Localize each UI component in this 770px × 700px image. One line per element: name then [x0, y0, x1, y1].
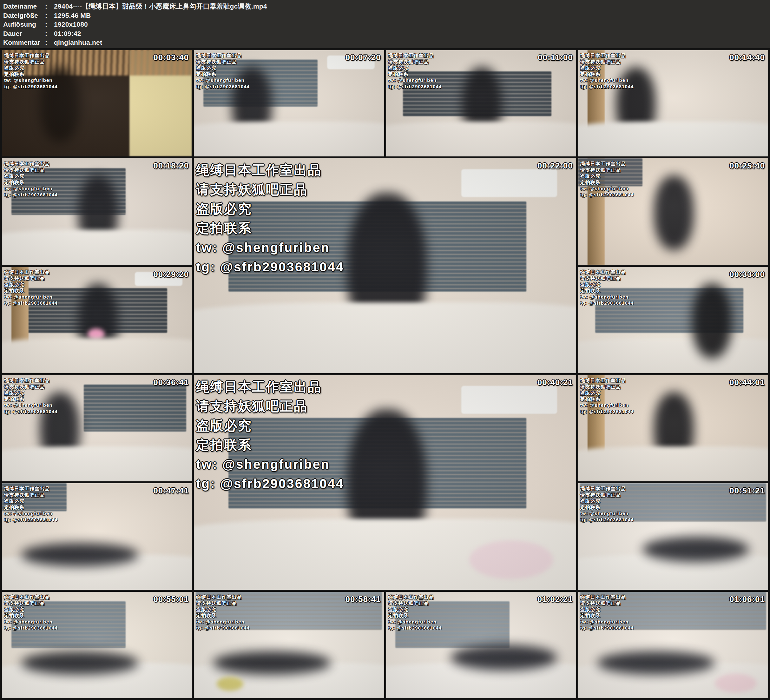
watermark-line: 定拍联系: [196, 612, 250, 619]
scene-layer-bed: [194, 663, 384, 698]
watermark-line: 绳缚日本工作室出品: [196, 594, 250, 600]
thumbnail-grid: 绳缚日本工作室出品请支持妖狐吧正品盗版必究定拍联系tw: @shengfurib…: [0, 48, 770, 700]
watermark-line: 绳缚日本工作室出品: [580, 594, 634, 600]
watermark-line: 定拍联系: [196, 219, 344, 238]
field-value: 1920x1080: [54, 20, 88, 29]
field-separator: :: [45, 11, 54, 20]
watermark-line: tw: @shengfuriben: [580, 185, 634, 192]
watermark-line: 定拍联系: [4, 71, 58, 78]
scene-layer-blob: [715, 674, 757, 693]
watermark-line: tw: @shengfuriben: [580, 77, 634, 83]
watermark-overlay: 绳缚日本工作室出品请支持妖狐吧正品盗版必究定拍联系tw: @shengfurib…: [4, 160, 58, 198]
watermark-line: 盗版必究: [4, 606, 58, 613]
watermark-overlay: 绳缚日本工作室出品请支持妖狐吧正品盗版必究定拍联系tw: @shengfurib…: [580, 377, 634, 415]
metadata-field: Auflösung : 1920x1080: [3, 20, 770, 29]
watermark-line: tw: @shengfuriben: [4, 294, 58, 300]
watermark-line: 定拍联系: [4, 179, 58, 186]
watermark-line: 绳缚日本工作室出品: [196, 377, 344, 397]
watermark-line: tg: @sfrb2903681044: [196, 258, 344, 277]
watermark-line: 绳缚日本工作室出品: [4, 269, 58, 275]
timestamp-overlay: 00:07:20: [345, 53, 381, 63]
watermark-line: tg: @sfrb2903681044: [4, 625, 58, 631]
watermark-overlay: 绳缚日本工作室出品请支持妖狐吧正品盗版必究定拍联系tw: @shengfurib…: [196, 52, 250, 89]
watermark-line: 定拍联系: [196, 435, 344, 455]
timestamp-overlay: 00:29:20: [153, 269, 189, 279]
watermark-line: 请支持妖狐吧正品: [196, 59, 250, 65]
watermark-line: 定拍联系: [580, 71, 634, 78]
watermark-line: tg: @sfrb2903681044: [4, 83, 58, 90]
timestamp-overlay: 00:58:41: [345, 594, 381, 604]
watermark-line: 请支持妖狐吧正品: [4, 275, 58, 282]
timestamp-overlay: 00:25:40: [730, 161, 765, 171]
watermark-line: tw: @shengfuriben: [196, 77, 250, 83]
watermark-overlay: 绳缚日本工作室出品请支持妖狐吧正品盗版必究定拍联系tw: @shengfurib…: [388, 594, 442, 631]
watermark-overlay: 绳缚日本工作室出品请支持妖狐吧正品盗版必究定拍联系tw: @shengfurib…: [196, 377, 344, 493]
watermark-line: 请支持妖狐吧正品: [580, 492, 634, 498]
timestamp-overlay: 00:03:40: [153, 53, 189, 63]
scene-layer-box: [461, 386, 557, 414]
watermark-line: tw: @shengfuriben: [4, 510, 58, 517]
watermark-line: 请支持妖狐吧正品: [388, 600, 442, 606]
watermark-overlay: 绳缚日本工作室出品请支持妖狐吧正品盗版必究定拍联系tw: @shengfurib…: [4, 52, 58, 89]
watermark-line: 定拍联系: [580, 287, 634, 294]
scene-layer-bed: [386, 122, 576, 157]
watermark-line: tg: @sfrb2903681044: [580, 408, 634, 415]
watermark-line: 请支持妖狐吧正品: [580, 59, 634, 65]
watermark-line: 盗版必究: [580, 282, 634, 288]
watermark-line: tw: @shengfuriben: [4, 619, 58, 625]
thumbnail: 绳缚日本工作室出品请支持妖狐吧正品盗版必究定拍联系tw: @shengfurib…: [578, 267, 768, 373]
scene-layer-bed: [2, 338, 192, 373]
metadata-header: Dateiname : 29404----【绳缚日本】甜品级！小恶魔床上鼻勾开口…: [0, 0, 770, 48]
thumbnail: 绳缚日本工作室出品请支持妖狐吧正品盗版必究定拍联系tw: @shengfurib…: [578, 50, 768, 156]
watermark-overlay: 绳缚日本工作室出品请支持妖狐吧正品盗版必究定拍联系tw: @shengfurib…: [196, 594, 250, 631]
timestamp-overlay: 00:22:00: [537, 161, 573, 171]
field-separator: :: [45, 20, 54, 29]
watermark-line: 请支持妖狐吧正品: [580, 600, 634, 606]
timestamp-overlay: 00:18:20: [153, 161, 189, 171]
watermark-line: tw: @shengfuriben: [196, 455, 344, 474]
watermark-line: 定拍联系: [4, 287, 58, 294]
scene-layer-bed: [194, 122, 384, 157]
watermark-line: tg: @sfrb2903681044: [580, 517, 634, 523]
watermark-line: 请支持妖狐吧正品: [4, 59, 58, 65]
timestamp-overlay: 00:44:01: [730, 378, 765, 387]
field-separator: :: [45, 38, 54, 47]
timestamp-overlay: 00:11:00: [538, 53, 573, 63]
field-separator: :: [45, 29, 54, 38]
watermark-line: 请支持妖狐吧正品: [196, 600, 250, 606]
scene-layer-blob: [217, 677, 243, 691]
watermark-line: 绳缚日本工作室出品: [4, 160, 58, 167]
watermark-line: 盗版必究: [4, 173, 58, 179]
watermark-overlay: 绳缚日本工作室出品请支持妖狐吧正品盗版必究定拍联系tw: @shengfurib…: [580, 160, 634, 198]
watermark-line: 盗版必究: [196, 65, 250, 71]
field-value: 1295.46 MB: [54, 11, 91, 20]
watermark-line: 盗版必究: [196, 416, 344, 435]
scene-layer-blinds: [84, 385, 186, 431]
watermark-line: 盗版必究: [580, 173, 634, 179]
contact-sheet: { "header": { "bg": "#2e2d2b", "fg": "#f…: [0, 0, 770, 700]
watermark-line: 绳缚日本工作室出品: [196, 160, 344, 180]
metadata-field: Dateigröße : 1295.46 MB: [3, 11, 770, 20]
field-label: Auflösung: [3, 20, 45, 29]
scene-layer-bed: [578, 446, 768, 482]
thumbnail: 绳缚日本工作室出品请支持妖狐吧正品盗版必究定拍联系tw: @shengfurib…: [2, 267, 192, 373]
watermark-line: tg: @sfrb2903681044: [196, 474, 344, 493]
thumbnail: 绳缚日本工作室出品请支持妖狐吧正品盗版必究定拍联系tw: @shengfurib…: [2, 483, 192, 590]
watermark-line: 绳缚日本工作室出品: [4, 594, 58, 600]
thumbnail: 绳缚日本工作室出品请支持妖狐吧正品盗版必究定拍联系tw: @shengfurib…: [194, 592, 384, 698]
watermark-line: 绳缚日本工作室出品: [580, 486, 634, 492]
metadata-field: Dateiname : 29404----【绳缚日本】甜品级！小恶魔床上鼻勾开口…: [3, 2, 770, 11]
watermark-line: 盗版必究: [4, 390, 58, 396]
scene-layer-figure: [21, 543, 139, 566]
scene-layer-bed: [578, 663, 768, 698]
watermark-line: tw: @shengfuriben: [388, 619, 442, 625]
timestamp-overlay: 00:47:41: [153, 486, 189, 496]
watermark-line: tg: @sfrb2903681044: [4, 408, 58, 415]
watermark-line: tg: @sfrb2903681044: [580, 192, 634, 198]
watermark-line: tw: @shengfuriben: [4, 185, 58, 192]
scene-layer-bed: [578, 555, 768, 590]
watermark-line: tw: @shengfuriben: [580, 619, 634, 625]
scene-layer-figure: [347, 409, 427, 560]
scene-layer-figure: [78, 284, 118, 358]
thumbnail: 绳缚日本工作室出品请支持妖狐吧正品盗版必究定拍联系tw: @shengfurib…: [2, 592, 192, 698]
